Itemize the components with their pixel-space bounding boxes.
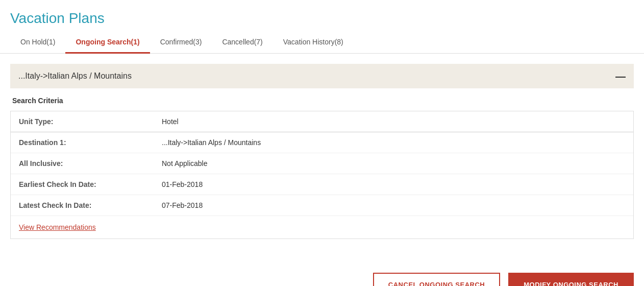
cancel-ongoing-search-button[interactable]: CANCEL ONGOING SEARCH	[373, 273, 500, 286]
modify-ongoing-search-button[interactable]: MODIFY ONGOING SEARCH	[508, 273, 634, 286]
accordion-header[interactable]: ...Italy->Italian Alps / Mountains —	[10, 64, 634, 88]
accordion-body: Search Criteria Unit Type: Hotel Destina…	[10, 88, 634, 247]
table-row: All Inclusive: Not Applicable	[11, 153, 633, 174]
table-row: Latest Check In Date: 07-Feb-2018	[11, 195, 633, 216]
unit-type-value: Hotel	[162, 117, 179, 126]
latest-checkin-value: 07-Feb-2018	[162, 201, 203, 209]
page-title: Vacation Plans	[10, 10, 634, 27]
destination-value: ...Italy->Italian Alps / Mountains	[162, 138, 261, 147]
page-header: Vacation Plans	[0, 0, 644, 32]
earliest-checkin-value: 01-Feb-2018	[162, 180, 203, 188]
footer-buttons: CANCEL ONGOING SEARCH MODIFY ONGOING SEA…	[0, 263, 644, 286]
view-recommendations-link[interactable]: View Recommendations	[11, 216, 104, 239]
accordion: ...Italy->Italian Alps / Mountains — Sea…	[10, 64, 634, 247]
main-content: ...Italy->Italian Alps / Mountains — Sea…	[0, 54, 644, 257]
criteria-table: Unit Type: Hotel Destination 1: ...Italy…	[10, 111, 634, 239]
table-row: Earliest Check In Date: 01-Feb-2018	[11, 174, 633, 195]
view-recommendations-container: View Recommendations	[11, 216, 633, 239]
tab-cancelled[interactable]: Cancelled(7)	[212, 32, 273, 54]
accordion-toggle-icon: —	[615, 71, 626, 81]
table-row: Destination 1: ...Italy->Italian Alps / …	[11, 132, 633, 153]
tab-ongoing-search[interactable]: Ongoing Search(1)	[65, 32, 150, 54]
accordion-title: ...Italy->Italian Alps / Mountains	[18, 72, 132, 81]
latest-checkin-label: Latest Check In Date:	[19, 201, 162, 209]
tab-vacation-history[interactable]: Vacation History(8)	[273, 32, 354, 54]
tab-confirmed[interactable]: Confirmed(3)	[150, 32, 212, 54]
all-inclusive-value: Not Applicable	[162, 159, 208, 168]
unit-type-label: Unit Type:	[19, 117, 162, 126]
table-row: Unit Type: Hotel	[11, 111, 633, 132]
search-criteria-label: Search Criteria	[10, 97, 634, 111]
tabs-container: On Hold(1) Ongoing Search(1) Confirmed(3…	[0, 32, 644, 54]
destination-label: Destination 1:	[19, 138, 162, 147]
earliest-checkin-label: Earliest Check In Date:	[19, 180, 162, 188]
all-inclusive-label: All Inclusive:	[19, 159, 162, 168]
tab-on-hold[interactable]: On Hold(1)	[10, 32, 65, 54]
